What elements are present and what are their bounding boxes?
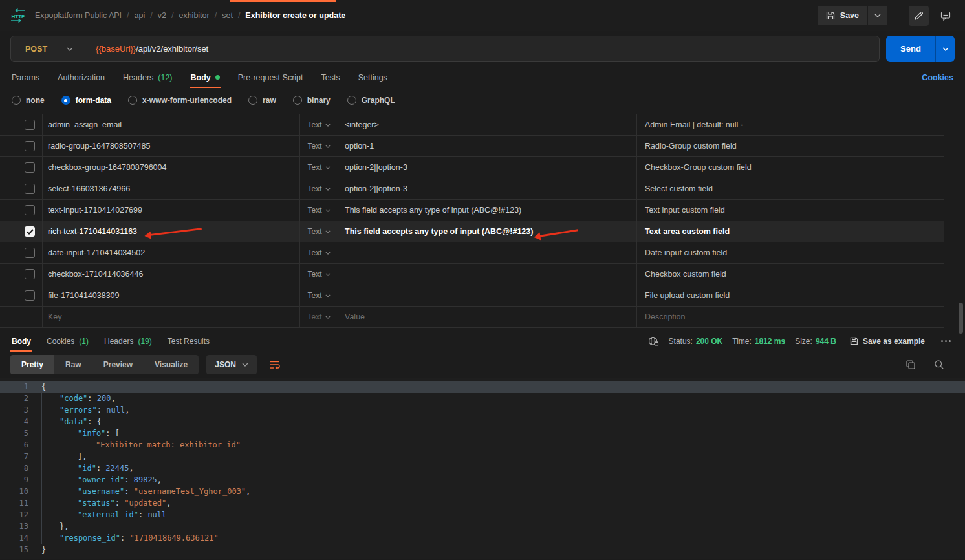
response-tab-cookies[interactable]: Cookies(1) bbox=[47, 330, 89, 352]
breadcrumb-segment[interactable]: set bbox=[222, 11, 233, 20]
row-description-field[interactable]: Checkbox custom field bbox=[637, 264, 944, 285]
row-type-select[interactable]: Text bbox=[300, 285, 338, 306]
save-options-dropdown[interactable] bbox=[867, 6, 887, 25]
response-tab-test-results[interactable]: Test Results bbox=[168, 330, 210, 352]
row-checkbox[interactable] bbox=[25, 141, 35, 151]
tab-params[interactable]: Params bbox=[12, 67, 39, 88]
tab-settings[interactable]: Settings bbox=[358, 67, 387, 88]
row-type-select[interactable]: Text bbox=[300, 264, 338, 285]
more-actions-icon[interactable] bbox=[938, 338, 953, 345]
row-type-select[interactable]: Text bbox=[300, 114, 338, 135]
row-type-select[interactable]: Text bbox=[300, 307, 338, 327]
chevron-down-icon bbox=[325, 252, 331, 255]
body-mode-x-www-form-urlencoded[interactable]: x-www-form-urlencoded bbox=[128, 96, 232, 105]
row-key-field[interactable]: checkbox-group-1647808796004 bbox=[43, 157, 300, 178]
radio-icon bbox=[248, 96, 257, 105]
row-checkbox[interactable] bbox=[25, 184, 35, 194]
cookies-link[interactable]: Cookies bbox=[922, 73, 953, 82]
row-checkbox[interactable] bbox=[25, 120, 35, 130]
row-description-field[interactable]: Description bbox=[637, 307, 944, 327]
row-checkbox[interactable] bbox=[25, 248, 35, 258]
row-key-field[interactable]: select-1660313674966 bbox=[43, 178, 300, 199]
breadcrumb-segment[interactable]: exhibitor bbox=[179, 11, 209, 20]
save-button[interactable]: Save bbox=[818, 6, 867, 25]
indent-guide bbox=[78, 439, 96, 451]
send-options-dropdown[interactable] bbox=[935, 36, 955, 62]
row-value-field[interactable]: option-1 bbox=[338, 136, 637, 156]
row-checkbox[interactable] bbox=[25, 162, 35, 173]
row-value-field[interactable]: <integer> bbox=[338, 114, 637, 135]
view-tab-preview[interactable]: Preview bbox=[92, 355, 144, 374]
row-key-field[interactable]: checkbox-1710414036446 bbox=[43, 264, 300, 285]
method-select[interactable]: POST bbox=[11, 36, 85, 61]
row-description-field[interactable]: Select custom field bbox=[637, 178, 944, 199]
row-description-field[interactable]: Text area custom field bbox=[637, 221, 944, 242]
row-value-field[interactable]: This field accepts any type of input (AB… bbox=[338, 221, 637, 242]
row-checkbox[interactable] bbox=[25, 226, 35, 237]
comments-button[interactable] bbox=[935, 6, 956, 26]
row-description-field[interactable]: File upload custom field bbox=[637, 285, 944, 306]
tab-body[interactable]: Body bbox=[191, 67, 220, 88]
breadcrumb-segment[interactable]: v2 bbox=[158, 11, 166, 20]
row-value-field[interactable]: option-2||option-3 bbox=[338, 157, 637, 178]
row-checkbox[interactable] bbox=[25, 290, 35, 301]
row-type-select[interactable]: Text bbox=[300, 157, 338, 178]
row-key-field[interactable]: Key bbox=[43, 307, 300, 327]
stat-label: Status: bbox=[669, 337, 693, 346]
row-type-select[interactable]: Text bbox=[300, 242, 338, 263]
row-type-label: Text bbox=[307, 270, 321, 279]
row-description-field[interactable]: Checkbox-Group custom field bbox=[637, 157, 944, 178]
row-type-select[interactable]: Text bbox=[300, 136, 338, 156]
row-checkbox-cell bbox=[0, 157, 43, 178]
vertical-scrollbar-thumb[interactable] bbox=[959, 303, 963, 334]
row-value-field[interactable] bbox=[338, 264, 637, 285]
row-value-field[interactable] bbox=[338, 285, 637, 306]
copy-response-button[interactable] bbox=[904, 358, 917, 371]
view-tab-pretty[interactable]: Pretty bbox=[10, 355, 54, 374]
row-key-field[interactable]: text-input-1710414027699 bbox=[43, 200, 300, 221]
body-mode-raw[interactable]: raw bbox=[248, 96, 276, 105]
row-type-select[interactable]: Text bbox=[300, 200, 338, 221]
code-line: 3"errors": null, bbox=[0, 404, 965, 416]
row-value-field[interactable]: option-2||option-3 bbox=[338, 178, 637, 199]
row-value-field[interactable]: Value bbox=[338, 307, 637, 327]
stat-value: 944 B bbox=[816, 337, 836, 346]
response-tab-headers[interactable]: Headers(19) bbox=[104, 330, 152, 352]
row-description-field[interactable]: Text input custom field bbox=[637, 200, 944, 221]
tab-tests[interactable]: Tests bbox=[321, 67, 340, 88]
view-tab-raw[interactable]: Raw bbox=[54, 355, 92, 374]
tab-headers[interactable]: Headers(12) bbox=[123, 67, 172, 88]
row-key-field[interactable]: admin_assign_email bbox=[43, 114, 300, 135]
tab-label: Pre-request Script bbox=[238, 73, 303, 82]
breadcrumb-segment[interactable]: api bbox=[135, 11, 146, 20]
row-value-field[interactable] bbox=[338, 242, 637, 263]
send-button[interactable]: Send bbox=[886, 36, 935, 62]
row-description-field[interactable]: Admin Email | default: null · bbox=[637, 114, 944, 135]
row-value-field[interactable]: This field accepts any type of input (AB… bbox=[338, 200, 637, 221]
tab-pre-request-script[interactable]: Pre-request Script bbox=[238, 67, 303, 88]
row-type-select[interactable]: Text bbox=[300, 178, 338, 199]
format-select[interactable]: JSON bbox=[206, 355, 257, 374]
view-tab-visualize[interactable]: Visualize bbox=[144, 355, 199, 374]
row-checkbox[interactable] bbox=[25, 205, 35, 215]
tab-authorization[interactable]: Authorization bbox=[58, 67, 105, 88]
row-type-select[interactable]: Text bbox=[300, 221, 338, 242]
body-mode-binary[interactable]: binary bbox=[293, 96, 331, 105]
breadcrumb-segment[interactable]: Expoplatform Public API bbox=[35, 11, 122, 20]
row-checkbox[interactable] bbox=[25, 269, 35, 279]
edit-request-button[interactable] bbox=[909, 6, 929, 26]
search-response-button[interactable] bbox=[933, 358, 946, 371]
wrap-lines-button[interactable] bbox=[266, 356, 285, 373]
save-as-example-button[interactable]: Save as example bbox=[850, 337, 925, 346]
url-input[interactable]: {{baseUrl}}/api/v2/exhibitor/set bbox=[85, 44, 219, 54]
row-description-field[interactable]: Date input custom field bbox=[637, 242, 944, 263]
row-key-field[interactable]: file-1710414038309 bbox=[43, 285, 300, 306]
body-mode-none[interactable]: none bbox=[12, 96, 45, 105]
response-tab-body[interactable]: Body bbox=[12, 330, 31, 352]
row-key-field[interactable]: radio-group-1647808507485 bbox=[43, 136, 300, 156]
row-description-field[interactable]: Radio-Group custom field bbox=[637, 136, 944, 156]
row-key-field[interactable]: date-input-1710414034502 bbox=[43, 242, 300, 263]
body-mode-form-data[interactable]: form-data bbox=[61, 96, 111, 105]
network-globe-lock-icon[interactable] bbox=[648, 336, 659, 347]
body-mode-GraphQL[interactable]: GraphQL bbox=[347, 96, 395, 105]
